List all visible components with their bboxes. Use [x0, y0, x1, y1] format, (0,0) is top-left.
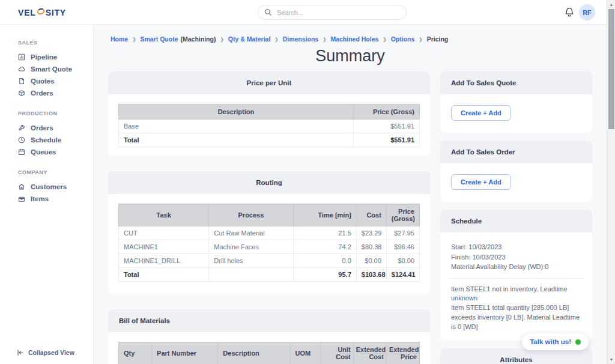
- page-title: Summary: [94, 47, 607, 65]
- search-icon: [264, 8, 272, 16]
- cloud-icon: [18, 65, 25, 73]
- sidebar-item-label: Queues: [31, 148, 56, 156]
- notifications-bell-icon[interactable]: [565, 7, 574, 20]
- attributes-card-title: Attributes: [440, 348, 592, 364]
- attributes-card: Attributes Attribute Value: [440, 348, 592, 364]
- box-icon: [18, 195, 25, 202]
- schedule-dates: Start: 10/03/2023 Finish: 10/03/2023 Mat…: [449, 240, 584, 278]
- breadcrumb-options-link[interactable]: Options: [391, 35, 415, 43]
- price-per-unit-card: Price per Unit Description Price (Gross): [108, 71, 430, 156]
- building-icon: [18, 183, 25, 190]
- scroll-down-arrow-icon[interactable]: ▼: [607, 357, 615, 362]
- online-status-dot-icon: [575, 339, 581, 345]
- table-row: Base $551.91: [119, 120, 420, 133]
- cell-task: MACHINE1: [119, 240, 209, 254]
- bill-of-materials-card: Bill of Materials Qty Part Number Descri…: [108, 309, 430, 364]
- search-input[interactable]: [277, 9, 400, 16]
- sidebar-item-label: Smart Quote: [31, 65, 72, 73]
- column-header-uom: UOM: [290, 342, 320, 364]
- cell-total-cost: $103.68: [356, 268, 386, 282]
- cell-time: 21.5: [293, 226, 356, 240]
- schedule-material-delay: Material Availability Delay (WD):0: [451, 262, 581, 272]
- bill-of-materials-table: Qty Part Number Description UOM Unit Cos…: [118, 342, 420, 364]
- sidebar-item-items[interactable]: Items: [0, 193, 93, 205]
- global-search[interactable]: [258, 5, 407, 20]
- column-header-task: Task: [119, 204, 209, 226]
- sidebar-item-label: Quotes: [31, 77, 55, 85]
- collapsed-view-label: Collapsed View: [28, 349, 74, 356]
- cell-process: Machine Faces: [209, 240, 293, 254]
- cell-total-label: Total: [119, 133, 354, 147]
- user-avatar[interactable]: RF: [579, 4, 595, 20]
- schedule-card: Schedule Start: 10/03/2023 Finish: 10/03…: [440, 210, 592, 341]
- sidebar-item-quotes[interactable]: Quotes: [0, 75, 93, 87]
- sidebar-item-schedule[interactable]: Schedule: [0, 134, 93, 146]
- package-icon: [18, 89, 25, 97]
- breadcrumb-dimensions-link[interactable]: Dimensions: [283, 35, 319, 43]
- create-add-sales-order-button[interactable]: Create + Add: [451, 174, 511, 190]
- cell-time: 0.0: [293, 254, 356, 268]
- wrench-icon: [18, 124, 25, 132]
- cell-price: $0.00: [386, 254, 419, 268]
- breadcrumb-machined-holes-link[interactable]: Machined Holes: [330, 35, 378, 43]
- main-content: Home ❯ Smart Quote (Machining) ❯ Qty & M…: [94, 25, 607, 364]
- column-header-extended-price: Extended Price: [386, 342, 419, 364]
- cell-cost: $23.29: [356, 226, 386, 240]
- sidebar-item-smart-quote[interactable]: Smart Quote: [0, 63, 93, 75]
- column-header-description: Description: [119, 105, 354, 120]
- sidebar-section-company: COMPANY Customers Items: [0, 169, 93, 205]
- chevron-right-icon: ❯: [274, 37, 278, 42]
- top-header: VEL SITY RF: [0, 0, 615, 25]
- sidebar-item-sales-orders[interactable]: Orders: [0, 87, 93, 99]
- bill-of-materials-card-title: Bill of Materials: [108, 309, 430, 332]
- routing-table: Task Process Time [min] Cost Price (Gros…: [118, 204, 420, 282]
- sidebar-item-customers[interactable]: Customers: [0, 181, 93, 193]
- chevron-right-icon: ❯: [383, 37, 386, 42]
- column-header-time: Time [min]: [293, 204, 356, 226]
- table-total-row: Total $551.91: [119, 133, 420, 147]
- logo-text-sity: SITY: [46, 8, 66, 17]
- breadcrumb-qty-material-link[interactable]: Qty & Material: [228, 35, 271, 43]
- cell-price: $27.95: [386, 226, 419, 240]
- table-row: CUT Cut Raw Material 21.5 $23.29 $27.95: [119, 226, 420, 240]
- column-header-unit-cost: Unit Cost: [320, 342, 353, 364]
- sidebar-item-label: Items: [31, 195, 49, 202]
- warning-line-2: Item STEEL1 total quantity [285.000 LB] …: [451, 303, 581, 332]
- breadcrumb-smart-quote-link[interactable]: Smart Quote: [140, 35, 178, 43]
- collapse-sidebar-toggle[interactable]: Collapsed View: [17, 349, 74, 356]
- add-to-sales-quote-card: Add To Sales Quote Create + Add: [440, 71, 592, 133]
- velocity-logo[interactable]: VEL SITY: [18, 7, 66, 17]
- sidebar-item-production-orders[interactable]: Orders: [0, 122, 93, 134]
- column-header-extended-cost: Extended Cost: [353, 342, 386, 364]
- sidebar-item-label: Customers: [31, 183, 67, 190]
- sidebar-item-label: Schedule: [31, 136, 61, 144]
- sidebar-item-label: Orders: [31, 124, 53, 132]
- scrollbar-thumb[interactable]: [608, 9, 614, 129]
- warning-line-1: Item STEEL1 not in inventory. Leadtime u…: [451, 285, 581, 304]
- sidebar-section-production: PRODUCTION Orders Schedule Queues: [0, 111, 93, 158]
- breadcrumb-current-pricing: Pricing: [427, 35, 449, 43]
- column-header-cost: Cost: [356, 204, 386, 226]
- left-sidebar: SALES Pipeline Smart Quote Quotes Orders…: [0, 25, 94, 364]
- chevron-right-icon: ❯: [132, 37, 136, 42]
- logo-text-vel: VEL: [18, 8, 36, 17]
- scroll-up-arrow-icon[interactable]: ▲: [607, 2, 615, 7]
- sidebar-item-pipeline[interactable]: Pipeline: [0, 51, 93, 63]
- sidebar-item-queues[interactable]: Queues: [0, 146, 93, 158]
- sidebar-section-sales: SALES Pipeline Smart Quote Quotes Orders: [0, 40, 93, 99]
- create-add-sales-quote-button[interactable]: Create + Add: [451, 105, 511, 121]
- column-header-part-number: Part Number: [152, 342, 218, 364]
- cell-process: Drill holes: [209, 254, 293, 268]
- cell-price: $551.91: [353, 120, 419, 133]
- breadcrumb-home-link[interactable]: Home: [111, 35, 128, 43]
- table-row: MACHINE1 Machine Faces 74.2 $80.38 $96.4…: [119, 240, 420, 254]
- cell-task: MACHINE1_DRILL: [119, 254, 209, 268]
- column-header-price-gross: Price (Gross): [353, 105, 419, 120]
- talk-with-us-chat-button[interactable]: Talk with us!: [522, 333, 589, 350]
- cell-task: CUT: [119, 226, 209, 240]
- clock-icon: [18, 136, 25, 144]
- cell-cost: $80.38: [356, 240, 386, 254]
- window-scrollbar[interactable]: ▲ ▼: [607, 0, 615, 364]
- price-per-unit-table: Description Price (Gross) Base $551.91 T…: [118, 104, 420, 147]
- sidebar-item-label: Orders: [31, 89, 53, 97]
